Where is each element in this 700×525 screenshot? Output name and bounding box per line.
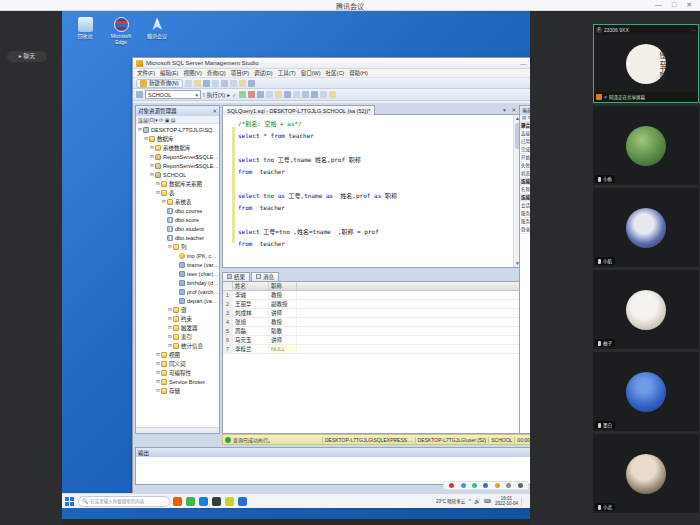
menu-item[interactable]: 社区(C) bbox=[326, 69, 345, 77]
object-explorer-hscrollbar[interactable] bbox=[136, 427, 219, 433]
include-actual-plan-icon[interactable] bbox=[266, 91, 273, 98]
participant-tile[interactable]: 小航 bbox=[593, 188, 699, 267]
tree-item[interactable]: dbo.score bbox=[136, 215, 219, 224]
tree-item[interactable]: ⊟列 bbox=[136, 242, 219, 251]
results-grid[interactable]: 姓名职称 1李诚教授2王丽华副教授3刘成林讲师4张旭教授5周磊助教6马元玉讲师7… bbox=[222, 281, 521, 435]
meeting-app-icon[interactable]: 腾讯会议 bbox=[144, 17, 170, 45]
result-row[interactable]: 2王丽华副教授 bbox=[223, 300, 520, 309]
menu-item[interactable]: 窗口(W) bbox=[301, 69, 321, 77]
menu-item[interactable]: 视图(V) bbox=[183, 69, 201, 77]
doc-icon[interactable] bbox=[506, 483, 511, 488]
meeting-float-toolbar[interactable] bbox=[443, 481, 529, 490]
paste-icon[interactable] bbox=[239, 80, 246, 87]
share-icon[interactable] bbox=[472, 483, 477, 488]
firefox-icon[interactable] bbox=[173, 497, 182, 506]
camera-icon[interactable] bbox=[461, 483, 466, 488]
menu-item[interactable]: 查询(Q) bbox=[207, 69, 226, 77]
save-all-icon[interactable] bbox=[203, 80, 210, 87]
participant-tile[interactable]: 小北 bbox=[593, 434, 699, 513]
output-header[interactable]: 输出 ▾ ⌐ ✕ bbox=[136, 448, 555, 457]
participant-tile[interactable]: 墨白 bbox=[593, 352, 699, 431]
explorer-icon[interactable] bbox=[212, 497, 221, 506]
weather-widget[interactable]: 23°C 晴转多云 bbox=[436, 498, 465, 504]
tree-item[interactable]: ⊟数据库 bbox=[136, 134, 219, 143]
new-query-button[interactable]: 新建查询(N) bbox=[136, 79, 183, 88]
parse-check-icon[interactable] bbox=[239, 91, 246, 98]
tree-item[interactable]: ⊟统计信息 bbox=[136, 341, 219, 350]
tree-item[interactable]: dbo.course bbox=[136, 206, 219, 215]
meeting-window-controls[interactable]: — □ ✕ bbox=[655, 1, 696, 9]
tree-item[interactable]: ⊟视图 bbox=[136, 350, 219, 359]
menu-item[interactable]: 调试(D) bbox=[254, 69, 273, 77]
participant-tile[interactable]: 柚子 bbox=[593, 270, 699, 349]
recycle-bin-icon[interactable]: 回收站 bbox=[72, 17, 98, 45]
record-icon[interactable] bbox=[449, 483, 454, 488]
save-icon[interactable] bbox=[194, 80, 201, 87]
menu-item[interactable]: 帮助(H) bbox=[349, 69, 368, 77]
tree-item[interactable]: ⊟ReportServer$SQLEXPRESSTempDB bbox=[136, 161, 219, 170]
cancel-query-icon[interactable] bbox=[248, 91, 255, 98]
column-header[interactable]: 姓名 bbox=[233, 282, 269, 290]
tree-item[interactable]: ⊟SCHOOL bbox=[136, 170, 219, 179]
edge-browser-icon[interactable]: Microsoft Edge bbox=[108, 17, 134, 45]
result-row[interactable]: 3刘成林讲师 bbox=[223, 309, 520, 318]
notification-center-button[interactable] bbox=[521, 497, 528, 506]
object-explorer-toolbar[interactable]: 连接(O)▾ ⟳ ▣ ▤ bbox=[136, 116, 219, 124]
indent-icon[interactable] bbox=[320, 91, 327, 98]
database-combobox[interactable]: SCHOOL ▾ bbox=[145, 90, 201, 99]
edge-icon[interactable] bbox=[238, 497, 247, 506]
tree-item[interactable]: ⊟表 bbox=[136, 188, 219, 197]
outdent-icon[interactable] bbox=[329, 91, 336, 98]
close-icon[interactable]: ✕ bbox=[212, 108, 217, 114]
intellisense-icon[interactable] bbox=[257, 91, 264, 98]
tab-messages[interactable]: 消息 bbox=[251, 272, 279, 281]
column-header[interactable]: 职称 bbox=[269, 282, 297, 290]
ssms-titlebar[interactable]: Microsoft SQL Server Management Studio —… bbox=[133, 58, 558, 69]
taskbar-clock[interactable]: 16:01 2022-10-04 bbox=[495, 496, 518, 506]
tree-item[interactable]: ⊟约束 bbox=[136, 314, 219, 323]
start-button[interactable] bbox=[64, 496, 75, 507]
wechat-icon[interactable] bbox=[186, 497, 195, 506]
menu-item[interactable]: 工具(T) bbox=[278, 69, 296, 77]
results-text-icon[interactable] bbox=[275, 91, 282, 98]
result-row[interactable]: 1李诚教授 bbox=[223, 291, 520, 300]
tree-item[interactable]: ⊟DESKTOP-L7TGJLG\SQLEXPRESS (SQL Server … bbox=[136, 125, 219, 134]
sql-code[interactable]: /*别名: 空格 + as*/select * from teacher sel… bbox=[238, 118, 512, 250]
results-grid-icon[interactable] bbox=[284, 91, 291, 98]
tab-results[interactable]: 结果 bbox=[222, 272, 250, 281]
results-file-icon[interactable] bbox=[293, 91, 300, 98]
menu-item[interactable]: 编辑(E) bbox=[160, 69, 178, 77]
uncomment-icon[interactable] bbox=[311, 91, 318, 98]
object-explorer-header[interactable]: 对象资源管理器 ✕ bbox=[136, 106, 219, 116]
tree-item[interactable]: ⊟同义词 bbox=[136, 359, 219, 368]
tree-item[interactable]: tsex (char(2), not null) bbox=[136, 269, 219, 278]
tree-item[interactable]: prof (varchar(6), null) bbox=[136, 287, 219, 296]
execute-button[interactable]: ! 执行(X) ▸ ✓ bbox=[203, 91, 237, 99]
result-row[interactable]: 5周磊助教 bbox=[223, 327, 520, 336]
tree-item[interactable]: tname (varchar(10), not null) bbox=[136, 260, 219, 269]
tree-item[interactable]: dbo.teacher bbox=[136, 233, 219, 242]
sql-editor[interactable]: /*别名: 空格 + as*/select * from teacher sel… bbox=[222, 115, 521, 268]
result-row[interactable]: 6马元玉讲师 bbox=[223, 336, 520, 345]
undo-icon[interactable] bbox=[248, 80, 255, 87]
copy-icon[interactable] bbox=[230, 80, 237, 87]
tree-item[interactable]: depart (varchar(10), null) bbox=[136, 296, 219, 305]
more-icon[interactable] bbox=[518, 483, 523, 488]
taskbar-search[interactable]: 🔍 在这里输入你要搜索的内容 bbox=[78, 496, 170, 507]
print-icon[interactable] bbox=[212, 80, 219, 87]
chat-collapsed-button[interactable]: ▸ 聊天 bbox=[7, 51, 47, 62]
tree-item[interactable]: tno (PK, char(3), not null) bbox=[136, 251, 219, 260]
tray-icons[interactable]: ^ 🔊 ⌨ bbox=[468, 498, 492, 504]
tree-item[interactable]: ⊟数据库关系图 bbox=[136, 179, 219, 188]
open-file-icon[interactable] bbox=[185, 80, 192, 87]
query-tab[interactable]: SQLQuery1.sql - DESKTOP-L7TGJLG.SCHOOL (… bbox=[222, 105, 375, 115]
result-row[interactable]: 4张旭教授 bbox=[223, 318, 520, 327]
participant-tile[interactable]: 小鱼 bbox=[593, 106, 699, 185]
result-row[interactable]: 7李桂兰NULL bbox=[223, 345, 520, 354]
tree-item[interactable]: ⊟存储 bbox=[136, 386, 219, 395]
tree-item[interactable]: ⊟ReportServer$SQLEXPRESS bbox=[136, 152, 219, 161]
comment-icon[interactable] bbox=[302, 91, 309, 98]
more-icon[interactable]: ⋯ bbox=[691, 27, 696, 33]
store-icon[interactable] bbox=[225, 497, 234, 506]
phone-icon[interactable] bbox=[199, 497, 208, 506]
